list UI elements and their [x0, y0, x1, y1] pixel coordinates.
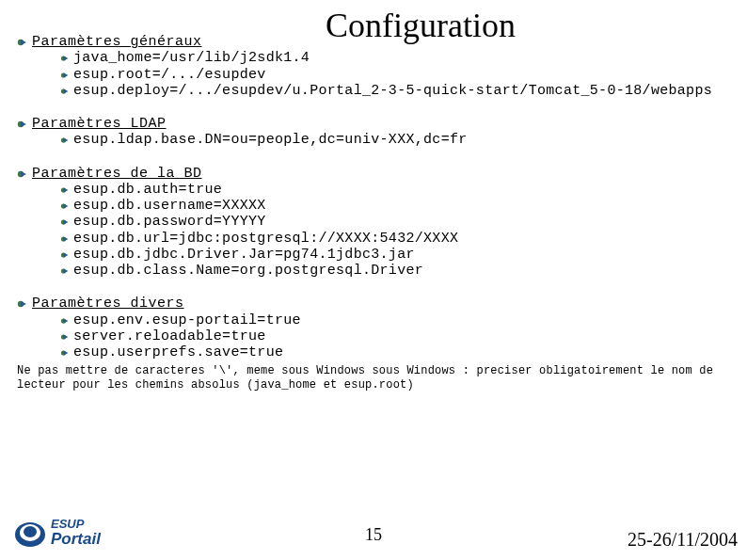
item-text: esup.db.username=XXXXX: [73, 198, 266, 214]
section-heading-row: Paramètres LDAP: [17, 116, 730, 132]
list-item: esup.ldap.base.DN=ou=people,dc=univ-XXX,…: [60, 132, 730, 148]
item-text: esup.db.auth=true: [73, 182, 222, 198]
bullet-arrow-icon: [17, 298, 28, 310]
section-items: esup.env.esup-portail=true server.reload…: [60, 312, 730, 361]
bullet-arrow-icon: [60, 217, 70, 227]
item-text: esup.db.url=jdbc:postgresql://XXXX:5432/…: [73, 231, 458, 247]
bullet-arrow-icon: [60, 201, 70, 211]
item-text: esup.db.class.Name=org.postgresql.Driver: [73, 263, 423, 279]
section-heading: Paramètres généraux: [32, 34, 202, 50]
bullet-arrow-icon: [60, 348, 70, 358]
item-text: esup.db.password=YYYYY: [73, 214, 266, 230]
section-heading: Paramètres de la BD: [32, 166, 202, 182]
list-item: esup.db.class.Name=org.postgresql.Driver: [60, 263, 730, 279]
item-text: esup.root=/.../esupdev: [73, 67, 266, 83]
slide-date: 25-26/11/2004: [628, 529, 738, 551]
item-text: esup.ldap.base.DN=ou=people,dc=univ-XXX,…: [73, 132, 468, 148]
section-items: java_home=/usr/lib/j2sdk1.4 esup.root=/.…: [60, 50, 730, 99]
bullet-arrow-icon: [60, 250, 70, 260]
section-heading-row: Paramètres divers: [17, 296, 730, 312]
section-heading-row: Paramètres de la BD: [17, 166, 730, 182]
bullet-arrow-icon: [60, 185, 70, 195]
footnote: Ne pas mettre de caracteres '\', meme so…: [0, 360, 747, 392]
bullet-arrow-icon: [60, 54, 70, 63]
item-text: server.reloadable=true: [73, 328, 266, 344]
bullet-arrow-icon: [17, 119, 28, 130]
section-items: esup.ldap.base.DN=ou=people,dc=univ-XXX,…: [60, 132, 730, 148]
page-number: 15: [365, 525, 382, 545]
bullet-arrow-icon: [60, 266, 70, 276]
esup-portail-logo: ESUP Portail: [13, 512, 126, 554]
list-item: esup.db.auth=true: [60, 182, 730, 198]
bullet-arrow-icon: [60, 332, 70, 342]
list-item: esup.userprefs.save=true: [60, 344, 730, 360]
svg-text:ESUP: ESUP: [51, 517, 85, 531]
list-item: esup.db.jdbc.Driver.Jar=pg74.1jdbc3.jar: [60, 247, 730, 263]
slide-content: Paramètres généraux java_home=/usr/lib/j…: [0, 34, 747, 360]
section-items: esup.db.auth=true esup.db.username=XXXXX…: [60, 182, 730, 280]
section-heading: Paramètres divers: [32, 296, 184, 312]
list-item: esup.db.username=XXXXX: [60, 198, 730, 214]
list-item: server.reloadable=true: [60, 328, 730, 344]
item-text: esup.db.jdbc.Driver.Jar=pg74.1jdbc3.jar: [73, 247, 415, 263]
bullet-arrow-icon: [60, 87, 70, 96]
bullet-arrow-icon: [17, 168, 28, 180]
svg-text:Portail: Portail: [51, 530, 102, 548]
list-item: esup.root=/.../esupdev: [60, 67, 730, 83]
list-item: esup.db.url=jdbc:postgresql://XXXX:5432/…: [60, 231, 730, 247]
item-text: esup.userprefs.save=true: [73, 344, 283, 360]
bullet-arrow-icon: [17, 37, 28, 48]
svg-point-19: [24, 526, 37, 537]
section-heading: Paramètres LDAP: [32, 116, 167, 132]
item-text: esup.env.esup-portail=true: [73, 312, 301, 328]
list-item: esup.db.password=YYYYY: [60, 214, 730, 230]
list-item: esup.deploy=/.../esupdev/u.Portal_2-3-5-…: [60, 83, 730, 99]
bullet-arrow-icon: [60, 136, 70, 145]
item-text: esup.deploy=/.../esupdev/u.Portal_2-3-5-…: [73, 83, 712, 99]
bullet-arrow-icon: [60, 71, 70, 80]
item-text: java_home=/usr/lib/j2sdk1.4: [73, 50, 310, 66]
bullet-arrow-icon: [60, 316, 70, 326]
bullet-arrow-icon: [60, 234, 70, 244]
footer: ESUP Portail 15 25-26/11/2004: [0, 513, 747, 554]
list-item: esup.env.esup-portail=true: [60, 312, 730, 328]
list-item: java_home=/usr/lib/j2sdk1.4: [60, 50, 730, 66]
